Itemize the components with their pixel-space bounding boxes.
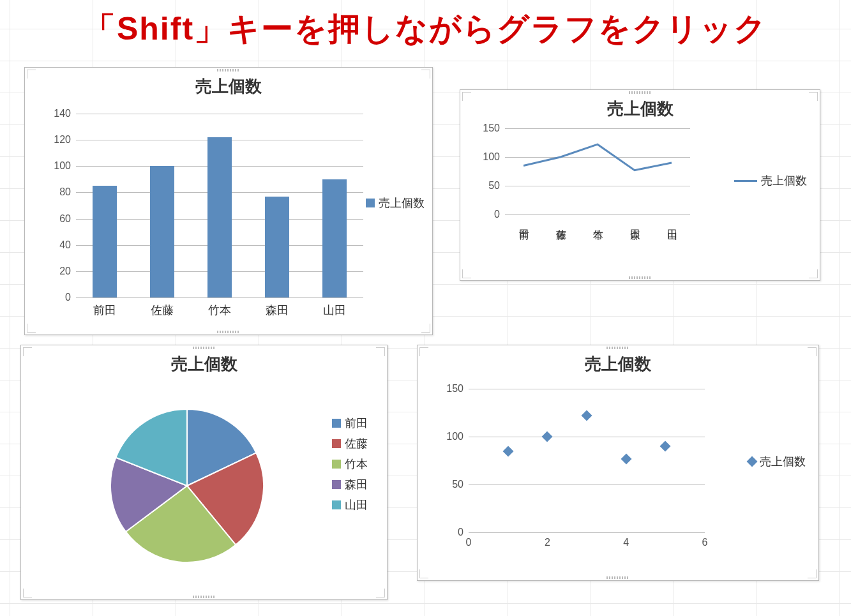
scatter-point[interactable] <box>542 432 553 442</box>
panel-corner-icon <box>23 589 32 597</box>
panel-corner-icon <box>808 569 817 578</box>
bar[interactable] <box>207 137 232 297</box>
x-tick-label: 森田 <box>266 303 289 318</box>
chart-title: 売上個数 <box>418 345 818 379</box>
legend-item: 竹本 <box>332 456 368 472</box>
y-tick-label: 100 <box>446 431 463 442</box>
panel-corner-icon <box>809 92 818 101</box>
y-tick-label: 40 <box>59 239 71 251</box>
panel-corner-icon <box>462 92 471 101</box>
scatter-point[interactable] <box>502 446 513 456</box>
chart-bar[interactable]: 売上個数 020406080100120140前田佐藤竹本森田山田 売上個数 <box>24 67 433 335</box>
chart-scatter[interactable]: 売上個数 0501001500246 売上個数 <box>417 345 819 581</box>
legend-swatch-icon <box>332 500 341 509</box>
x-tick-label: 0 <box>466 537 472 548</box>
panel-grip-icon <box>193 596 216 598</box>
legend-swatch-icon <box>332 480 341 489</box>
legend-label: 売上個数 <box>379 195 425 211</box>
legend-item: 前田 <box>332 416 368 431</box>
gridline <box>469 532 705 533</box>
x-tick-label: 竹本 <box>208 303 231 318</box>
scatter-plot-area[interactable]: 0501001500246 <box>469 389 705 532</box>
legend-item: 山田 <box>332 497 368 513</box>
chart-title: 売上個数 <box>21 345 387 379</box>
y-tick-label: 20 <box>59 266 71 277</box>
panel-corner-icon <box>462 269 471 278</box>
legend-line-icon <box>734 180 757 182</box>
y-tick-label: 0 <box>494 209 500 220</box>
y-tick-label: 80 <box>59 186 71 198</box>
legend-label: 森田 <box>345 477 368 492</box>
panel-corner-icon <box>809 269 818 278</box>
panel-corner-icon <box>808 347 817 356</box>
panel-corner-icon <box>421 70 430 79</box>
x-tick-label: 山田 <box>323 303 346 318</box>
y-tick-label: 150 <box>446 383 463 394</box>
y-tick-label: 150 <box>483 123 500 134</box>
x-tick-label: 6 <box>702 537 708 548</box>
x-tick-label: 前田 <box>93 303 116 318</box>
legend-item: 佐藤 <box>332 436 368 451</box>
y-tick-label: 100 <box>54 160 71 172</box>
gridline <box>469 437 705 437</box>
scatter-point[interactable] <box>660 441 671 452</box>
bar[interactable] <box>322 179 347 297</box>
scatter-point[interactable] <box>582 410 592 421</box>
gridline <box>469 485 705 485</box>
panel-corner-icon <box>421 324 430 333</box>
panel-grip-icon <box>606 576 629 579</box>
gridline <box>76 297 363 298</box>
legend-item: 売上個数 <box>748 454 806 469</box>
legend: 売上個数 <box>734 173 807 188</box>
panel-corner-icon <box>376 347 385 356</box>
legend-item: 売上個数 <box>366 195 425 211</box>
line-series[interactable] <box>505 128 690 214</box>
chart-title: 売上個数 <box>25 68 432 101</box>
legend-item: 森田 <box>332 477 368 492</box>
y-tick-label: 60 <box>59 213 71 225</box>
legend: 売上個数 <box>748 454 806 469</box>
panel-grip-icon <box>606 347 629 349</box>
y-tick-label: 50 <box>488 180 500 192</box>
panel-grip-icon <box>217 331 240 333</box>
legend-swatch-icon <box>332 460 341 469</box>
panel-corner-icon <box>27 70 36 79</box>
legend-label: 山田 <box>345 497 368 513</box>
panel-corner-icon <box>23 347 32 356</box>
legend: 前田佐藤竹本森田山田 <box>332 416 368 513</box>
bar[interactable] <box>93 186 117 297</box>
y-tick-label: 100 <box>483 151 500 163</box>
legend-swatch-icon <box>332 439 341 448</box>
panel-grip-icon <box>193 347 216 349</box>
y-tick-label: 140 <box>54 108 71 119</box>
legend-label: 前田 <box>345 416 368 431</box>
legend-label: 売上個数 <box>761 173 807 188</box>
legend: 売上個数 <box>366 195 425 211</box>
x-tick-label: 佐藤 <box>151 303 174 318</box>
gridline <box>469 389 705 389</box>
panel-grip-icon <box>629 276 652 279</box>
x-tick-label: 2 <box>545 537 550 548</box>
instruction-headline: 「Shift」キーを押しながらグラフをクリック <box>0 0 851 56</box>
x-tick-label: 4 <box>623 537 629 548</box>
legend-label: 竹本 <box>345 456 368 472</box>
bar[interactable] <box>150 166 174 297</box>
gridline <box>76 114 363 114</box>
panel-grip-icon <box>217 69 240 71</box>
bar-plot-area[interactable]: 020406080100120140前田佐藤竹本森田山田 <box>76 114 363 297</box>
chart-line[interactable]: 売上個数 050100150前田佐藤竹本森田山田 売上個数 <box>460 89 820 281</box>
panel-corner-icon <box>419 347 428 356</box>
scatter-point[interactable] <box>621 453 631 464</box>
legend-label: 売上個数 <box>760 454 806 469</box>
line-plot-area[interactable]: 050100150前田佐藤竹本森田山田 <box>505 128 690 214</box>
y-tick-label: 120 <box>54 134 71 146</box>
y-tick-label: 50 <box>452 479 463 490</box>
legend-marker-icon <box>747 456 758 467</box>
chart-pie[interactable]: 売上個数 前田佐藤竹本森田山田 <box>20 345 388 600</box>
y-tick-label: 0 <box>458 527 463 538</box>
pie-plot-area[interactable] <box>104 403 270 569</box>
legend-swatch-icon <box>366 199 375 207</box>
bar[interactable] <box>265 197 289 297</box>
legend-item: 売上個数 <box>734 173 807 188</box>
panel-corner-icon <box>376 589 385 597</box>
